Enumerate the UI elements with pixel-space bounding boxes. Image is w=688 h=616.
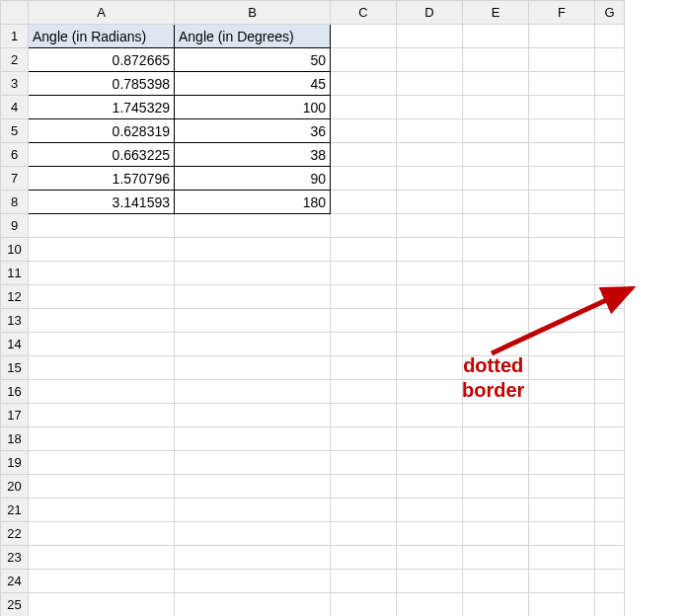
cell-G15[interactable] — [595, 356, 625, 380]
cell-A1[interactable]: Angle (in Radians) — [29, 25, 175, 48]
cell-G22[interactable] — [595, 522, 625, 546]
col-header-F[interactable]: F — [529, 1, 595, 25]
cell-C14[interactable] — [331, 333, 397, 356]
cell-F8[interactable] — [529, 191, 595, 214]
cell-D2[interactable] — [397, 48, 463, 72]
cell-C23[interactable] — [331, 546, 397, 570]
row-header-1[interactable]: 1 — [1, 25, 29, 48]
cell-C7[interactable] — [331, 167, 397, 191]
cell-E2[interactable] — [463, 48, 529, 72]
row-header-12[interactable]: 12 — [1, 285, 29, 309]
cell-B20[interactable] — [175, 475, 331, 499]
cell-C22[interactable] — [331, 522, 397, 546]
cell-D8[interactable] — [397, 191, 463, 214]
cell-D4[interactable] — [397, 96, 463, 119]
cell-A22[interactable] — [29, 522, 175, 546]
cell-A8[interactable]: 3.141593 — [29, 191, 175, 214]
cell-C25[interactable] — [331, 593, 397, 617]
cell-E22[interactable] — [463, 522, 529, 546]
cell-E9[interactable] — [463, 214, 529, 238]
cell-F7[interactable] — [529, 167, 595, 191]
cell-B17[interactable] — [175, 404, 331, 427]
cell-A14[interactable] — [29, 333, 175, 356]
cell-E10[interactable] — [463, 238, 529, 262]
cell-B1[interactable]: Angle (in Degrees) — [175, 25, 331, 48]
cell-A20[interactable] — [29, 475, 175, 499]
cell-B9[interactable] — [175, 214, 331, 238]
cell-E4[interactable] — [463, 96, 529, 119]
cell-C20[interactable] — [331, 475, 397, 499]
cell-A4[interactable]: 1.745329 — [29, 96, 175, 119]
cell-F9[interactable] — [529, 214, 595, 238]
cell-F10[interactable] — [529, 238, 595, 262]
cell-A17[interactable] — [29, 404, 175, 427]
cell-D10[interactable] — [397, 238, 463, 262]
cell-B14[interactable] — [175, 333, 331, 356]
cell-D19[interactable] — [397, 451, 463, 475]
row-header-11[interactable]: 11 — [1, 262, 29, 285]
cell-G2[interactable] — [595, 48, 625, 72]
row-header-25[interactable]: 25 — [1, 593, 29, 617]
cell-F16[interactable] — [529, 380, 595, 404]
cell-E11[interactable] — [463, 262, 529, 285]
row-header-10[interactable]: 10 — [1, 238, 29, 262]
cell-D14[interactable] — [397, 333, 463, 356]
cell-A7[interactable]: 1.570796 — [29, 167, 175, 191]
cell-E18[interactable] — [463, 427, 529, 451]
cell-G19[interactable] — [595, 451, 625, 475]
cell-B24[interactable] — [175, 570, 331, 593]
row-header-22[interactable]: 22 — [1, 522, 29, 546]
cell-B18[interactable] — [175, 427, 331, 451]
cell-C1[interactable] — [331, 25, 397, 48]
cell-D7[interactable] — [397, 167, 463, 191]
cell-F4[interactable] — [529, 96, 595, 119]
cell-G5[interactable] — [595, 119, 625, 143]
cell-F14[interactable] — [529, 333, 595, 356]
cell-G25[interactable] — [595, 593, 625, 617]
cell-C16[interactable] — [331, 380, 397, 404]
cell-C11[interactable] — [331, 262, 397, 285]
row-header-16[interactable]: 16 — [1, 380, 29, 404]
cell-F11[interactable] — [529, 262, 595, 285]
cell-D9[interactable] — [397, 214, 463, 238]
col-header-C[interactable]: C — [331, 1, 397, 25]
cell-F25[interactable] — [529, 593, 595, 617]
cell-F2[interactable] — [529, 48, 595, 72]
cell-G7[interactable] — [595, 167, 625, 191]
cell-C6[interactable] — [331, 143, 397, 167]
cell-B7[interactable]: 90 — [175, 167, 331, 191]
row-header-21[interactable]: 21 — [1, 499, 29, 522]
cell-C5[interactable] — [331, 119, 397, 143]
cell-C21[interactable] — [331, 499, 397, 522]
cell-D6[interactable] — [397, 143, 463, 167]
cell-F1[interactable] — [529, 25, 595, 48]
cell-G8[interactable] — [595, 191, 625, 214]
cell-E13[interactable] — [463, 309, 529, 333]
cell-D22[interactable] — [397, 522, 463, 546]
select-all-corner[interactable] — [1, 1, 29, 25]
row-header-18[interactable]: 18 — [1, 427, 29, 451]
row-header-9[interactable]: 9 — [1, 214, 29, 238]
cell-A2[interactable]: 0.872665 — [29, 48, 175, 72]
cell-F13[interactable] — [529, 309, 595, 333]
cell-D18[interactable] — [397, 427, 463, 451]
cell-F22[interactable] — [529, 522, 595, 546]
cell-C9[interactable] — [331, 214, 397, 238]
cell-D16[interactable] — [397, 380, 463, 404]
cell-B5[interactable]: 36 — [175, 119, 331, 143]
row-header-8[interactable]: 8 — [1, 191, 29, 214]
cell-D11[interactable] — [397, 262, 463, 285]
cell-B4[interactable]: 100 — [175, 96, 331, 119]
row-header-17[interactable]: 17 — [1, 404, 29, 427]
row-header-3[interactable]: 3 — [1, 72, 29, 96]
cell-G17[interactable] — [595, 404, 625, 427]
cell-E3[interactable] — [463, 72, 529, 96]
cell-D20[interactable] — [397, 475, 463, 499]
cell-C10[interactable] — [331, 238, 397, 262]
cell-E8[interactable] — [463, 191, 529, 214]
spreadsheet-grid[interactable]: A B C D E F G 1 Angle (in Radians) Angle… — [0, 0, 625, 616]
cell-B22[interactable] — [175, 522, 331, 546]
row-header-19[interactable]: 19 — [1, 451, 29, 475]
col-header-D[interactable]: D — [397, 1, 463, 25]
cell-C19[interactable] — [331, 451, 397, 475]
